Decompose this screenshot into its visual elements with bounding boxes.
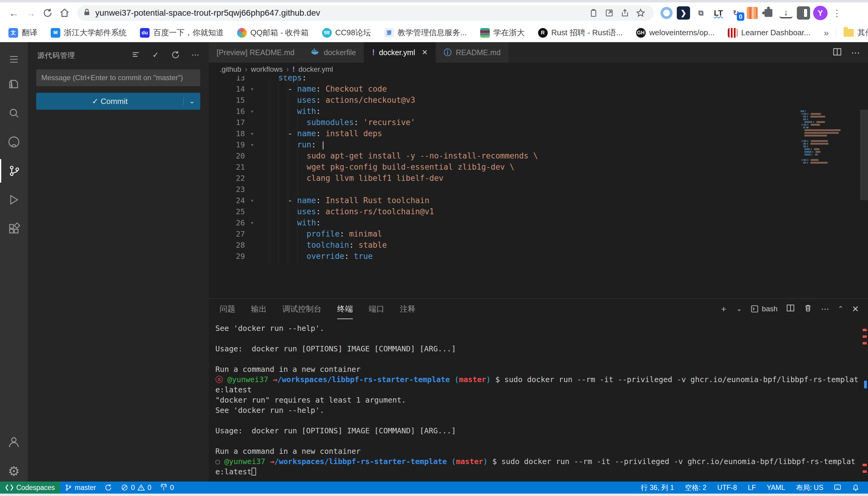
- view-as-list-icon[interactable]: [130, 49, 142, 61]
- browser-menu-icon[interactable]: ⋮: [827, 8, 846, 18]
- problems-indicator[interactable]: 0 0: [116, 482, 155, 494]
- bookmark-item[interactable]: 浙教学管理信息服务...: [384, 27, 467, 38]
- bookmark-item[interactable]: 学在浙大: [480, 27, 525, 38]
- fold-chevron-icon[interactable]: ▾: [245, 106, 259, 117]
- shield-extension-icon[interactable]: ❯: [677, 6, 690, 19]
- bookmark-star-icon[interactable]: [633, 5, 648, 21]
- commit-message-input[interactable]: [36, 69, 200, 86]
- code-editor[interactable]: 13 steps:14▾ - name: Checkout code15 use…: [209, 76, 868, 265]
- bookmark-item[interactable]: Learner Dashboar...: [728, 28, 810, 38]
- shell-chip[interactable]: bash: [750, 305, 778, 313]
- tab-close-icon[interactable]: ✕: [422, 48, 428, 57]
- puzzle-extensions-icon[interactable]: [762, 6, 775, 19]
- commit-check-icon[interactable]: ✓: [150, 49, 162, 61]
- split-editor-icon[interactable]: [833, 47, 842, 58]
- panel-tab-问题[interactable]: 问题: [220, 299, 235, 319]
- bookmark-item[interactable]: 文翻译: [9, 27, 38, 38]
- back-icon[interactable]: ←: [5, 4, 22, 21]
- browser-avatar[interactable]: Y: [813, 6, 827, 20]
- minimap[interactable]: [797, 110, 848, 231]
- status-item[interactable]: UTF-8: [713, 482, 741, 494]
- branch-indicator[interactable]: master: [60, 482, 100, 494]
- feedback-icon[interactable]: [829, 482, 846, 494]
- bookmark-item[interactable]: QQ邮箱 - 收件箱: [237, 27, 309, 38]
- pages-extension-icon[interactable]: ⧉: [694, 6, 707, 19]
- other-bookmarks[interactable]: 其他书签: [843, 27, 868, 38]
- ring-extension-icon[interactable]: [660, 7, 673, 19]
- terminal[interactable]: See 'docker run --help'.Usage: docker ru…: [209, 319, 859, 482]
- forward-icon[interactable]: →: [22, 4, 39, 21]
- bookmark-item[interactable]: ✉浙江大学邮件系统: [51, 27, 127, 38]
- ports-indicator[interactable]: 0: [155, 482, 178, 494]
- reload-icon[interactable]: [39, 4, 56, 21]
- status-item[interactable]: 空格: 2: [681, 482, 711, 494]
- run-debug-icon[interactable]: [0, 188, 28, 212]
- commit-dropdown-chevron[interactable]: ⌄: [183, 97, 200, 105]
- new-terminal-icon[interactable]: ＋: [720, 303, 728, 314]
- panel-more-icon[interactable]: ⋯: [821, 304, 829, 314]
- status-item[interactable]: LF: [744, 482, 760, 494]
- split-terminal-icon[interactable]: [786, 304, 795, 314]
- editor-scrollbar[interactable]: [860, 110, 868, 200]
- tab-docker-yml[interactable]: ! docker.yml ✕: [364, 42, 436, 63]
- line-number: 17: [209, 117, 245, 128]
- home-icon[interactable]: [56, 4, 73, 21]
- maximize-panel-icon[interactable]: ⌃: [838, 305, 843, 313]
- fold-chevron-icon[interactable]: ▾: [245, 217, 259, 229]
- fold-chevron-icon[interactable]: ▾: [245, 139, 259, 150]
- account-icon[interactable]: [0, 430, 28, 454]
- send-to-device-icon[interactable]: [586, 5, 601, 21]
- sync-indicator[interactable]: [100, 482, 116, 494]
- terminal-dropdown-icon[interactable]: ⌄: [736, 305, 742, 313]
- terminal-scrollbar-thumb[interactable]: [864, 381, 867, 388]
- search-icon[interactable]: [0, 101, 28, 125]
- refresh-icon[interactable]: [169, 49, 182, 61]
- status-item[interactable]: YAML: [762, 482, 789, 494]
- notifications-bell-icon[interactable]: [848, 482, 864, 494]
- remote-indicator[interactable]: Codespaces: [0, 482, 60, 494]
- breadcrumb-chevron-icon: ›: [286, 65, 289, 74]
- address-bar[interactable]: yunwei37-potential-space-trout-rpr5qwj66…: [77, 5, 654, 21]
- bookmarks-overflow-chevron[interactable]: »: [824, 28, 829, 38]
- kill-terminal-trash-icon[interactable]: [804, 304, 812, 314]
- tab-preview-readme[interactable]: [Preview] README.md: [209, 42, 302, 63]
- sync-extension-icon[interactable]: ↻0: [729, 6, 743, 19]
- tab-readme[interactable]: ⓘ README.md: [436, 42, 509, 63]
- url-text[interactable]: yunwei37-potential-space-trout-rpr5qwj66…: [95, 8, 586, 18]
- open-in-window-icon[interactable]: [601, 5, 617, 21]
- status-item[interactable]: 行 36, 列 1: [637, 482, 678, 494]
- panel-tab-端口[interactable]: 端口: [369, 299, 384, 319]
- breadcrumb[interactable]: .github › workflows › ! docker.yml: [209, 63, 868, 76]
- bookmark-item[interactable]: RRust 招聘 - Rust语...: [538, 27, 623, 38]
- github-icon[interactable]: [0, 130, 28, 154]
- crayons-extension-icon[interactable]: [747, 7, 758, 19]
- commit-button[interactable]: ✓ Commit ⌄: [36, 93, 200, 110]
- extensions-icon[interactable]: [0, 217, 28, 241]
- bookmark-item[interactable]: 98CC98论坛: [322, 27, 371, 38]
- bookmark-item[interactable]: GHweloveinterns/op...: [636, 28, 715, 38]
- close-panel-icon[interactable]: ✕: [852, 304, 859, 314]
- panel-tab-注释[interactable]: 注释: [400, 299, 416, 319]
- source-control-icon[interactable]: [0, 159, 28, 183]
- share-icon[interactable]: [617, 5, 633, 21]
- code-text: override: true: [259, 251, 868, 262]
- panel-tab-终端[interactable]: 终端: [337, 299, 353, 319]
- settings-gear-icon[interactable]: ⚙: [0, 459, 28, 483]
- languagetool-extension-icon[interactable]: LT: [712, 6, 725, 19]
- extension-badge: 0: [737, 12, 744, 21]
- fold-chevron-icon[interactable]: ▾: [245, 128, 259, 139]
- explorer-icon[interactable]: [0, 72, 28, 96]
- bookmark-item[interactable]: du百度一下，你就知道: [140, 27, 224, 38]
- menu-hamburger-icon[interactable]: [0, 48, 28, 71]
- side-panel-icon[interactable]: [797, 6, 810, 19]
- tab-dockerfile[interactable]: dockerfile: [302, 42, 364, 63]
- fold-chevron-icon[interactable]: ▾: [245, 195, 259, 206]
- code-line: 17 submodules: 'recursive': [209, 117, 868, 128]
- more-actions-icon[interactable]: ⋯: [190, 49, 201, 61]
- download-icon[interactable]: ↓: [779, 7, 793, 18]
- fold-chevron-icon[interactable]: ▾: [245, 83, 259, 95]
- panel-tab-调试控制台[interactable]: 调试控制台: [282, 299, 321, 319]
- editor-more-icon[interactable]: ⋯: [851, 47, 860, 58]
- status-item[interactable]: 布局: US: [792, 482, 827, 494]
- panel-tab-输出[interactable]: 输出: [251, 299, 267, 319]
